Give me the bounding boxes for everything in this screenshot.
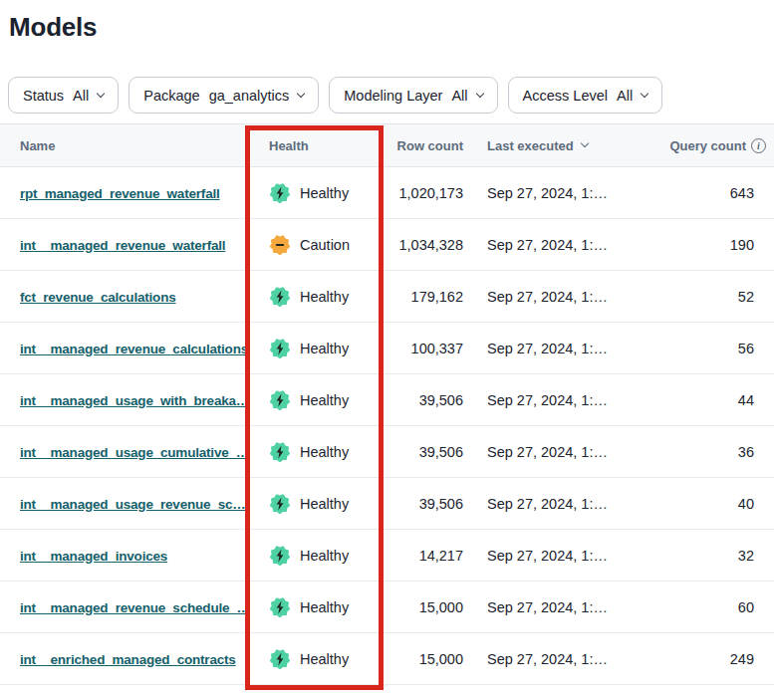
page-title: Models [0, 0, 774, 43]
model-name-link[interactable]: int__managed_usage_with_breaka… [20, 393, 246, 408]
last-executed-value: Sep 27, 2024, 1:… [468, 548, 618, 564]
table-body: rpt_managed_revenue_waterfall Healthy 1,… [0, 167, 774, 685]
health-status-label: Healthy [300, 185, 349, 201]
model-name-link[interactable]: int__enriched_managed_contracts [20, 652, 236, 667]
health-status-label: Healthy [300, 496, 349, 512]
health-status-label: Healthy [300, 341, 349, 356]
table-row: int__managed_usage_cumulative_… Healthy … [0, 426, 774, 478]
last-executed-value: Sep 27, 2024, 1:… [468, 392, 618, 408]
model-name-link[interactable]: fct_revenue_calculations [20, 290, 176, 305]
filter-chip-modeling-layer[interactable]: Modeling Layer All [329, 77, 497, 114]
health-healthy-icon [269, 389, 291, 411]
table-header-row: Name Health Row count Last executed Quer… [0, 123, 774, 167]
health-healthy-icon [269, 286, 291, 308]
table-row: int__managed_invoices Healthy 14,217 Sep… [0, 530, 774, 582]
row-count-value: 15,000 [383, 599, 468, 615]
health-healthy-icon [269, 493, 291, 515]
chevron-down-icon [297, 90, 305, 98]
model-name-link[interactable]: int__managed_revenue_calculations [20, 342, 246, 356]
filter-chip-package[interactable]: Package ga_analytics [129, 77, 319, 114]
filter-chip-access-level[interactable]: Access Level All [508, 77, 663, 114]
health-healthy-icon [269, 648, 291, 670]
filter-label: Access Level [523, 88, 608, 104]
filter-value: ga_analytics [209, 88, 290, 104]
table-row: int__managed_revenue_calculations Health… [0, 323, 774, 374]
filter-value: All [451, 88, 467, 104]
last-executed-value: Sep 27, 2024, 1:… [468, 341, 618, 356]
sort-chevron-icon[interactable] [580, 139, 588, 147]
table-row: fct_revenue_calculations Healthy 179,162… [0, 271, 774, 323]
column-header-query-count: Query count i [618, 138, 774, 153]
health-healthy-icon [269, 545, 291, 567]
query-count-value: 36 [618, 444, 774, 460]
table-row: int__managed_revenue_waterfall Caution 1… [0, 219, 774, 271]
column-header-health: Health [246, 138, 383, 153]
model-name-link[interactable]: int__managed_usage_cumulative_… [20, 445, 246, 460]
column-header-row-count: Row count [383, 138, 468, 153]
row-count-value: 179,162 [383, 289, 468, 305]
health-status-label: Caution [300, 237, 350, 253]
row-count-value: 100,337 [383, 341, 468, 356]
row-count-value: 1,034,328 [383, 237, 468, 253]
filter-value: All [73, 88, 89, 104]
row-count-value: 15,000 [383, 651, 468, 667]
model-name-link[interactable]: rpt_managed_revenue_waterfall [20, 186, 220, 201]
model-name-link[interactable]: int__managed_invoices [20, 549, 167, 564]
last-executed-value: Sep 27, 2024, 1:… [468, 496, 618, 512]
query-count-value: 60 [618, 599, 774, 615]
row-count-value: 39,506 [383, 496, 468, 512]
query-count-value: 32 [618, 548, 774, 564]
health-status-label: Healthy [300, 392, 349, 408]
model-name-link[interactable]: int__managed_revenue_waterfall [20, 238, 225, 253]
health-healthy-icon [269, 596, 291, 618]
model-name-link[interactable]: int__managed_usage_revenue_sc… [20, 497, 246, 512]
column-header-last-executed[interactable]: Last executed [468, 138, 618, 153]
query-count-value: 190 [618, 237, 774, 253]
health-status-label: Healthy [300, 548, 349, 564]
row-count-value: 39,506 [383, 444, 468, 460]
column-header-name: Name [0, 138, 246, 153]
row-count-value: 1,020,173 [383, 185, 468, 201]
health-status-label: Healthy [300, 444, 349, 460]
health-healthy-icon [269, 441, 291, 463]
health-status-label: Healthy [300, 599, 349, 615]
query-count-value: 643 [618, 185, 774, 201]
query-count-value: 52 [618, 289, 774, 305]
table-row: int__managed_revenue_schedule_… Healthy … [0, 582, 774, 633]
column-header-last-executed-label: Last executed [487, 138, 574, 153]
chevron-down-icon [475, 90, 483, 98]
health-healthy-icon [269, 182, 291, 204]
health-status-label: Healthy [300, 651, 349, 667]
health-status-label: Healthy [300, 289, 349, 305]
table-row: int__enriched_managed_contracts Healthy … [0, 633, 774, 685]
filter-label: Modeling Layer [344, 88, 442, 104]
info-icon[interactable]: i [751, 138, 766, 153]
last-executed-value: Sep 27, 2024, 1:… [468, 444, 618, 460]
filter-label: Status [23, 88, 64, 104]
query-count-value: 44 [618, 392, 774, 408]
row-count-value: 39,506 [383, 392, 468, 408]
filter-label: Package [143, 88, 199, 104]
query-count-value: 56 [618, 341, 774, 356]
health-caution-icon [269, 234, 291, 256]
health-healthy-icon [269, 338, 291, 359]
models-table: Name Health Row count Last executed Quer… [0, 123, 774, 685]
chevron-down-icon [97, 90, 105, 98]
filter-value: All [617, 88, 633, 104]
column-header-query-count-label: Query count [669, 138, 746, 153]
table-row: int__managed_usage_with_breaka… Healthy … [0, 374, 774, 426]
model-name-link[interactable]: int__managed_revenue_schedule_… [20, 600, 246, 615]
query-count-value: 249 [618, 651, 774, 667]
filter-bar: Status All Package ga_analytics Modeling… [0, 77, 774, 114]
table-row: int__managed_usage_revenue_sc… Healthy 3… [0, 478, 774, 530]
filter-chip-status[interactable]: Status All [8, 77, 119, 114]
query-count-value: 40 [618, 496, 774, 512]
chevron-down-icon [641, 90, 648, 98]
last-executed-value: Sep 27, 2024, 1:… [468, 185, 618, 201]
row-count-value: 14,217 [383, 548, 468, 564]
last-executed-value: Sep 27, 2024, 1:… [468, 237, 618, 253]
last-executed-value: Sep 27, 2024, 1:… [468, 599, 618, 615]
table-row: rpt_managed_revenue_waterfall Healthy 1,… [0, 167, 774, 219]
last-executed-value: Sep 27, 2024, 1:… [468, 289, 618, 305]
last-executed-value: Sep 27, 2024, 1:… [468, 651, 618, 667]
